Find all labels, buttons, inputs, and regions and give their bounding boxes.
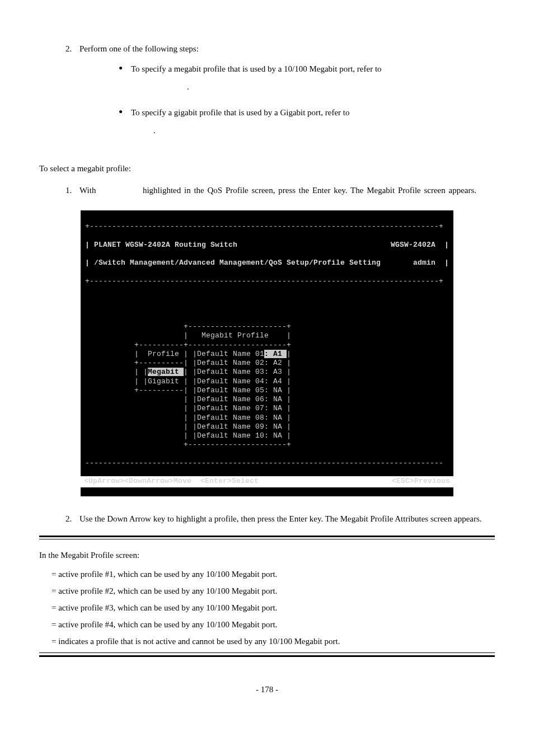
term-ftr: +----------------------+ — [134, 440, 291, 449]
term-r03b: Megabit — [148, 368, 184, 376]
term-line2-right: admin — [413, 259, 435, 267]
term-r08: | |Default Name 08: NA | — [134, 414, 291, 422]
term-r01a: | Profile | |Default Name 01 — [134, 350, 264, 358]
term-r01b: : A1 — [264, 350, 287, 358]
select-title: To select a megabit profile: — [39, 162, 495, 175]
term-r05: +----------| |Default Name 05: NA | — [134, 386, 291, 395]
term-line1-left: | PLANET WGSW-2402A Routing Switch — [85, 241, 237, 250]
bullet-1: To specify a megabit profile that is use… — [119, 62, 495, 93]
bullet-1-text: To specify a megabit profile that is use… — [131, 64, 382, 73]
term-r04: | |Gigabit | |Default Name 04: A4 | — [134, 377, 291, 386]
note-5: = indicates a profile that is not active… — [51, 635, 495, 648]
note-3: = active profile #3, which can be used b… — [51, 601, 495, 614]
term-r02: +----------| |Default Name 02: A2 | — [134, 359, 291, 367]
term-r09: | |Default Name 09: NA | — [134, 422, 291, 431]
note-title: In the Megabit Profile screen: — [39, 548, 495, 562]
term-nav-right: <ESC>Previous — [392, 477, 450, 486]
step-2: Perform one of the following steps: To s… — [74, 42, 495, 137]
bullet-2-text: To specify a gigabit profile that is use… — [131, 108, 350, 117]
term-r10: | |Default Name 10: NA | — [134, 431, 291, 440]
page-number: - 178 - — [39, 683, 495, 696]
term-r06: | |Default Name 06: NA | — [134, 395, 291, 403]
terminal-screenshot: +---------------------------------------… — [81, 210, 453, 496]
select-step-1: With highlighted in the QoS Profile scre… — [74, 184, 495, 197]
term-line1-right: WGSW-2402A — [391, 241, 435, 249]
note-4: = active profile #4, which can be used b… — [51, 618, 495, 631]
note-2: = active profile #2, which can be used b… — [51, 584, 495, 598]
select-step-2: Use the Down Arrow key to highlight a pr… — [74, 512, 495, 525]
bullet-2: To specify a gigabit profile that is use… — [119, 106, 495, 137]
select-step-1a: With — [79, 186, 99, 195]
term-r03a: | | — [134, 368, 148, 376]
term-nav-left: <UpArrow><DownArrow>Move <Enter>Select — [84, 477, 259, 486]
term-r01c: | — [287, 350, 291, 358]
note-1: = active profile #1, which can be used b… — [51, 567, 495, 581]
term-line2-left: | /Switch Management/Advanced Management… — [85, 259, 381, 267]
bullet-1-tail: . — [187, 80, 495, 93]
term-r03c: | |Default Name 03: A3 | — [184, 368, 291, 376]
term-r07: | |Default Name 07: NA | — [134, 404, 291, 412]
select-step-2-text: Use the Down Arrow key to highlight a pr… — [79, 514, 482, 523]
select-step-1b: highlighted in the QoS Profile screen, p… — [143, 186, 476, 195]
bullet-2-tail: . — [153, 124, 495, 137]
term-header: | Megabit Profile | — [184, 331, 291, 340]
step-2-text: Perform one of the following steps: — [79, 44, 199, 53]
